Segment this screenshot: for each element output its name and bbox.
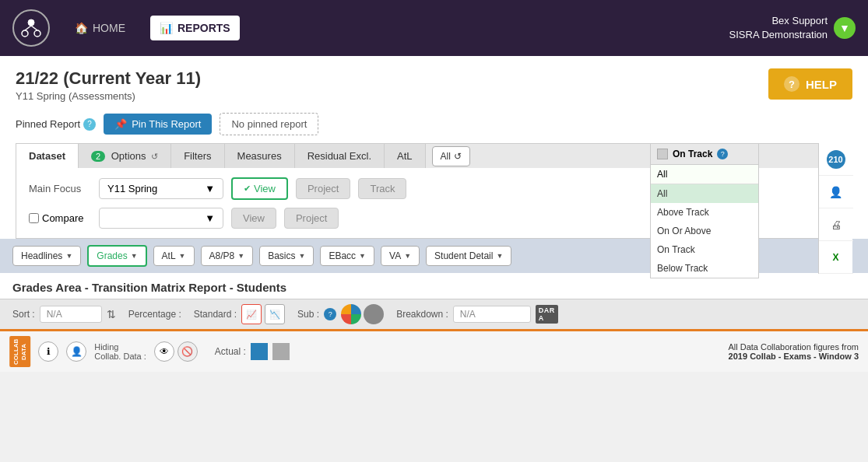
ontrack-help-icon[interactable]: ? [717, 149, 728, 159]
line-chart-icon[interactable]: 📈 [241, 304, 262, 324]
compare-checkbox-label[interactable]: Compare [29, 212, 91, 224]
student-detail-arrow: ▼ [496, 252, 503, 260]
grades-dropdown[interactable]: Grades ▼ [87, 245, 146, 267]
breakdown-label: Breakdown : [396, 309, 448, 320]
basics-dropdown[interactable]: Basics ▼ [259, 246, 314, 266]
track-button[interactable]: Track [358, 178, 406, 199]
svg-line-4 [31, 26, 37, 30]
collab-info-detail: 2019 Collab - Exams - Window 3 [728, 352, 859, 361]
ontrack-header: On Track ? [651, 144, 758, 165]
refresh-all-icon: ↺ [454, 151, 462, 162]
eye-icons: 👁 🚫 [154, 341, 198, 362]
help-icon: ? [784, 76, 799, 92]
ontrack-item-on-or-above[interactable]: On Or Above [651, 222, 758, 240]
view-check-icon: ✔ [244, 184, 251, 194]
actual-label: Actual : [215, 346, 246, 357]
svg-point-0 [28, 19, 34, 26]
va-dropdown[interactable]: VA ▼ [381, 246, 420, 266]
ontrack-checkbox[interactable] [657, 149, 668, 159]
actual-color-box2[interactable] [272, 343, 290, 360]
pin-this-report-button[interactable]: 📌 Pin This Report [104, 114, 212, 135]
dar-icon: DARA [536, 305, 558, 324]
tab-dataset[interactable]: Dataset [16, 144, 79, 168]
headlines-arrow: ▼ [65, 252, 72, 260]
compare-checkbox[interactable] [29, 213, 39, 223]
compare-project-button[interactable]: Project [284, 208, 339, 229]
home-icon: 🏠 [75, 22, 88, 34]
tab-residual[interactable]: Residual Excl. [295, 144, 385, 168]
collab-info: All Data Collaboration figures from 2019… [728, 342, 859, 361]
a8p8-dropdown[interactable]: A8/P8 ▼ [201, 246, 254, 266]
all-button[interactable]: All ↺ [432, 146, 470, 166]
pin-button-label: Pin This Report [132, 118, 201, 130]
sub-circle-icon[interactable] [364, 304, 384, 324]
main-focus-select[interactable]: Y11 Spring ▼ [99, 178, 223, 199]
logo [12, 9, 50, 47]
tab-filters[interactable]: Filters [171, 144, 224, 168]
percentage-item: Percentage : [128, 309, 181, 320]
help-label: HELP [806, 78, 837, 91]
pinned-help-icon[interactable]: ? [83, 118, 96, 131]
ontrack-item-below-track[interactable]: Below Track [651, 259, 758, 278]
actual-color-box[interactable] [251, 343, 268, 360]
view-button[interactable]: ✔ View [231, 177, 288, 200]
user-info: Bex Support SISRA Demonstration [729, 14, 828, 42]
sort-arrows[interactable]: ⇅ [107, 308, 116, 320]
home-button[interactable]: 🏠 HOME [65, 16, 135, 40]
main-focus-label: Main Focus [29, 183, 91, 194]
all-label: All [441, 151, 451, 162]
sort-input[interactable]: N/A [40, 306, 102, 323]
tab-measures[interactable]: Measures [225, 144, 295, 168]
compare-view-label: View [243, 212, 265, 224]
reports-icon: 📊 [160, 22, 173, 34]
home-label: HOME [93, 22, 125, 34]
project-button[interactable]: Project [296, 178, 350, 199]
bottom-person-icon[interactable]: 👤 [66, 341, 86, 362]
main-content: 21/22 (Current Year 11) Y11 Spring (Asse… [0, 56, 868, 239]
va-arrow: ▼ [404, 252, 411, 260]
sub-pie-icon[interactable] [341, 304, 361, 324]
compare-view-button[interactable]: View [231, 208, 276, 229]
breakdown-input[interactable]: N/A [453, 306, 531, 323]
reports-label: REPORTS [177, 22, 230, 34]
options-badge: 2 [91, 151, 105, 162]
no-pinned-report-button[interactable]: No pinned report [220, 113, 318, 135]
sidebar-person-icon[interactable]: 👤 [819, 176, 853, 208]
svg-point-2 [34, 30, 40, 37]
nav-left: 🏠 HOME 📊 REPORTS [12, 9, 240, 47]
ontrack-item-all[interactable]: All [651, 184, 758, 203]
reports-button[interactable]: 📊 REPORTS [150, 16, 240, 40]
sort-label: Sort : [12, 309, 35, 320]
eye-hide-icon[interactable]: 🚫 [177, 341, 198, 362]
help-button[interactable]: ? HELP [768, 68, 852, 100]
tab-atl[interactable]: AtL [385, 144, 426, 168]
ontrack-search-input[interactable] [651, 165, 758, 184]
eye-show-icon[interactable]: 👁 [154, 341, 174, 362]
tab-options[interactable]: 2 Options ↺ [79, 144, 171, 168]
project-label: Project [307, 183, 339, 194]
actual-section: Actual : [209, 343, 290, 360]
right-sidebar: 210 👤 🖨 X [818, 143, 852, 274]
user-dropdown-button[interactable]: ▼ [834, 17, 856, 39]
top-navigation: 🏠 HOME 📊 REPORTS Bex Support SISRA Demon… [0, 0, 868, 56]
hiding-text: Hiding Collab. Data : [94, 342, 146, 361]
sidebar-excel-icon[interactable]: X [819, 241, 853, 274]
sub-label: Sub : [297, 309, 319, 320]
count-badge: 210 [827, 150, 845, 169]
page-subtitle: Y11 Spring (Assessments) [16, 90, 201, 102]
user-name: Bex Support [729, 14, 828, 28]
sidebar-print-icon[interactable]: 🖨 [819, 208, 853, 241]
student-detail-dropdown[interactable]: Student Detail ▼ [426, 246, 511, 266]
view-label: View [254, 183, 276, 194]
track-label: Track [370, 183, 395, 194]
atl-dropdown[interactable]: AtL ▼ [153, 246, 195, 266]
step-chart-icon[interactable]: 📉 [265, 304, 285, 324]
ontrack-item-above-track[interactable]: Above Track [651, 203, 758, 222]
user-section: Bex Support SISRA Demonstration ▼ [729, 14, 856, 42]
ebacc-dropdown[interactable]: EBacc ▼ [320, 246, 374, 266]
standard-icons: 📈 📉 [241, 304, 285, 324]
ontrack-item-on-track[interactable]: On Track [651, 240, 758, 259]
compare-select[interactable]: ▼ [99, 208, 223, 229]
bottom-info-icon[interactable]: ℹ [38, 341, 58, 362]
headlines-dropdown[interactable]: Headlines ▼ [12, 246, 81, 266]
